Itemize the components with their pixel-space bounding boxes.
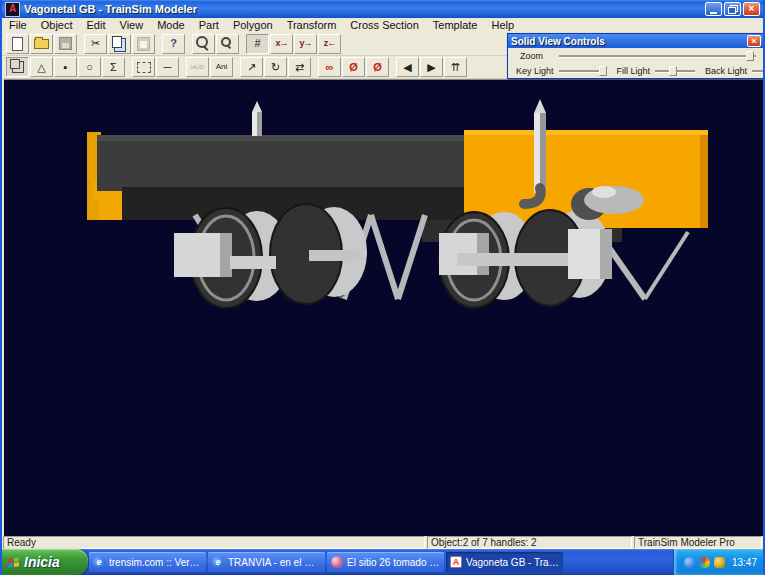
circle-tool-button[interactable]: ○	[78, 57, 101, 77]
zoom-in-button[interactable]	[192, 34, 215, 54]
triangle-icon: △	[37, 62, 45, 73]
window-titlebar[interactable]: A Vagonetal GB - TrainSim Modeler ×	[2, 0, 763, 18]
slider-groove	[559, 55, 756, 58]
copy-icon	[112, 36, 122, 48]
new-file-button[interactable]	[6, 34, 29, 54]
y-axis-button[interactable]: y→	[294, 34, 317, 54]
x-axis-button[interactable]: x→	[270, 34, 293, 54]
open-file-button[interactable]	[30, 34, 53, 54]
fill-light-label: Fill Light	[617, 66, 651, 76]
status-app-name: TrainSim Modeler Pro	[634, 536, 762, 549]
wagon-3d-render	[4, 80, 765, 537]
desktop: A Vagonetal GB - TrainSim Modeler × File…	[0, 0, 765, 575]
link-y-button[interactable]: Ø	[342, 57, 365, 77]
close-icon: ×	[751, 36, 756, 46]
next-arrow-icon: ▶	[427, 62, 435, 73]
z-axis-button[interactable]: z←	[318, 34, 341, 54]
prev-view-button[interactable]: ◀	[396, 57, 419, 77]
zoom-slider[interactable]	[559, 50, 756, 62]
app-icon: A	[5, 2, 20, 17]
hud-icon: HUD	[191, 64, 204, 70]
menu-view[interactable]: View	[113, 19, 151, 31]
sigma-tool-button[interactable]: Σ	[102, 57, 125, 77]
svc-close-button[interactable]: ×	[747, 35, 761, 47]
menu-bar: File Object Edit View Mode Part Polygon …	[2, 18, 763, 33]
ie-icon: e	[93, 556, 105, 568]
help-button[interactable]: ?	[162, 34, 185, 54]
unlink-icon: Ø	[373, 62, 382, 73]
point-tool-button[interactable]: ▪	[54, 57, 77, 77]
move-arrow-icon: ↗	[247, 62, 256, 73]
svc-title: Solid View Controls	[511, 36, 747, 47]
start-button[interactable]: Inicia	[0, 549, 88, 575]
copy-button[interactable]	[108, 34, 131, 54]
tray-clock[interactable]: 13:47	[732, 557, 757, 568]
menu-transform[interactable]: Transform	[280, 19, 344, 31]
move-tool-button[interactable]: ↗	[240, 57, 263, 77]
help-icon: ?	[170, 38, 177, 49]
restore-button[interactable]	[724, 2, 741, 16]
messenger-icon[interactable]	[684, 557, 695, 568]
menu-mode[interactable]: Mode	[150, 19, 192, 31]
link-x-button[interactable]: ∞	[318, 57, 341, 77]
z-axis-icon: z←	[324, 39, 336, 48]
fit-view-button[interactable]: ⇈	[444, 57, 467, 77]
menu-cross-section[interactable]: Cross Section	[343, 19, 425, 31]
slider-thumb[interactable]	[599, 66, 607, 76]
line-tool-button[interactable]: ─	[156, 57, 179, 77]
menu-edit[interactable]: Edit	[80, 19, 113, 31]
close-button[interactable]: ×	[743, 2, 760, 16]
taskbar-item-label: TRANVIA - en el MSN...	[228, 557, 321, 568]
menu-help[interactable]: Help	[484, 19, 521, 31]
save-floppy-icon	[59, 37, 72, 50]
prev-arrow-icon: ◀	[403, 62, 411, 73]
triangle-tool-button[interactable]: △	[30, 57, 53, 77]
taskbar-item-trensim[interactable]: e trensim.com :: Ver co...	[89, 552, 206, 572]
model-viewport[interactable]	[4, 79, 765, 537]
ie-icon: e	[212, 556, 224, 568]
menu-file[interactable]: File	[2, 19, 34, 31]
minimize-button[interactable]	[705, 2, 722, 16]
scale-icon: ⇄	[295, 62, 304, 73]
fill-light-slider[interactable]	[655, 65, 695, 77]
grid-toggle-button[interactable]: #	[246, 34, 269, 54]
taskbar-item-elsitio[interactable]: El sitio 26 tomado con...	[327, 552, 444, 572]
slider-thumb[interactable]	[669, 66, 677, 76]
zoom-in-magnifier-icon	[196, 36, 208, 48]
key-light-slider[interactable]	[559, 65, 607, 77]
solid-view-controls-panel[interactable]: Solid View Controls × Zoom Key Light Fil…	[507, 33, 765, 79]
x-axis-icon: x→	[275, 39, 287, 48]
tray-app-icon[interactable]	[699, 557, 710, 568]
circle-icon: ○	[86, 62, 93, 73]
slider-groove	[752, 70, 765, 73]
animation-button[interactable]: Ani	[210, 57, 233, 77]
menu-object[interactable]: Object	[34, 19, 80, 31]
animation-icon: Ani	[216, 63, 228, 71]
paste-button[interactable]	[132, 34, 155, 54]
menu-template[interactable]: Template	[426, 19, 485, 31]
slider-thumb[interactable]	[746, 51, 754, 61]
key-light-label: Key Light	[516, 66, 554, 76]
rotate-tool-button[interactable]: ↻	[264, 57, 287, 77]
back-light-slider[interactable]	[752, 65, 765, 77]
marquee-select-button[interactable]	[132, 57, 155, 77]
link-z-button[interactable]: Ø	[366, 57, 389, 77]
menu-polygon[interactable]: Polygon	[226, 19, 280, 31]
taskbar-item-tranvia[interactable]: e TRANVIA - en el MSN...	[208, 552, 325, 572]
msn-users-icon[interactable]	[714, 557, 725, 568]
y-axis-icon: y→	[299, 39, 311, 48]
window-title: Vagonetal GB - TrainSim Modeler	[24, 3, 703, 15]
back-light-label: Back Light	[705, 66, 747, 76]
hud-toggle-button[interactable]: HUD	[186, 57, 209, 77]
box-tool-button[interactable]	[6, 57, 29, 77]
link-infinity-icon: ∞	[326, 62, 334, 73]
taskbar-item-vagoneta[interactable]: A Vagoneta GB - TrainS...	[446, 552, 563, 572]
zoom-out-button[interactable]	[216, 34, 239, 54]
svc-titlebar[interactable]: Solid View Controls ×	[508, 34, 764, 48]
scale-tool-button[interactable]: ⇄	[288, 57, 311, 77]
next-view-button[interactable]: ▶	[420, 57, 443, 77]
menu-part[interactable]: Part	[192, 19, 226, 31]
save-file-button[interactable]	[54, 34, 77, 54]
cut-button[interactable]: ✂	[84, 34, 107, 54]
cut-scissors-icon: ✂	[91, 38, 100, 49]
